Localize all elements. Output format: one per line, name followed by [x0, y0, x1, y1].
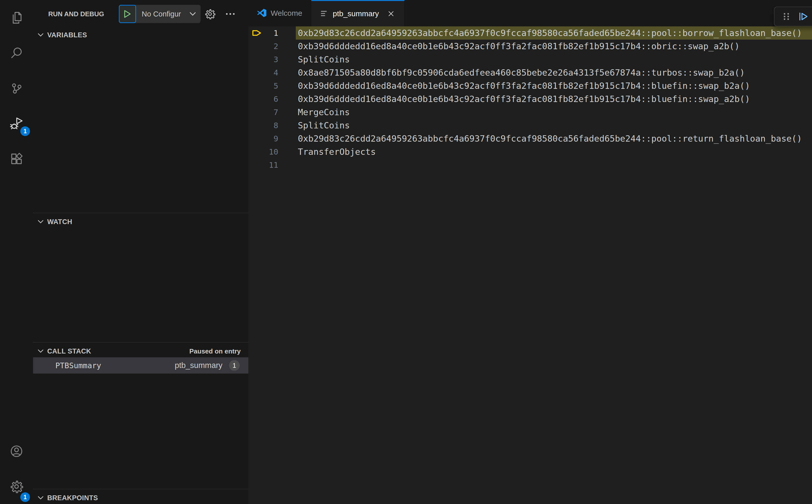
code-text: TransferObjects [296, 145, 812, 158]
code-text: SplitCoins [296, 119, 812, 132]
close-icon [387, 10, 395, 18]
editor-gutter[interactable]: 11 [248, 158, 296, 172]
activity-item-explorer[interactable] [0, 0, 33, 35]
activity-item-settings[interactable]: 1 [0, 469, 33, 504]
gripper-icon [781, 11, 792, 22]
code-text: 0xb29d83c26cdd2a64959263abbcfc4a6937f0c9… [296, 132, 812, 145]
run-and-debug-sidebar: RUN AND DEBUG No Configur [33, 0, 248, 504]
code-line[interactable]: 10 TransferObjects [248, 145, 812, 158]
code-line[interactable]: 6 0xb39d6dddedd16ed8a40ce0b1e6b43c92acf0… [248, 92, 812, 106]
launch-config-label: No Configur [142, 10, 186, 18]
editor-gutter[interactable]: 5 [248, 79, 296, 92]
activity-bar: 1 [0, 0, 33, 504]
code-line[interactable]: 11 [248, 158, 812, 172]
line-number: 2 [248, 40, 278, 53]
editor-gutter[interactable]: 7 [248, 106, 296, 119]
section-sash[interactable] [33, 342, 248, 343]
section-breakpoints[interactable]: BREAKPOINTS [33, 491, 248, 504]
frame-name: PTBSummary [55, 361, 101, 370]
chevron-down-icon [38, 349, 44, 353]
source-control-icon [10, 82, 23, 95]
ellipsis-icon [225, 8, 236, 20]
debug-badge: 1 [20, 126, 30, 136]
code-line[interactable]: 2 0xb39d6dddedd16ed8a40ce0b1e6b43c92acf0… [248, 40, 812, 53]
activity-bar-top: 1 [0, 0, 33, 176]
section-watch-label: WATCH [47, 218, 72, 226]
section-breakpoints-label: BREAKPOINTS [47, 494, 98, 502]
extensions-icon [10, 152, 23, 165]
code-line[interactable]: 3 SplitCoins [248, 53, 812, 66]
paused-status: Paused on entry [189, 347, 248, 355]
launch-config-dropdown[interactable]: No Configur [135, 5, 201, 23]
activity-bar-bottom: 1 [0, 433, 33, 504]
section-variables[interactable]: VARIABLES [33, 28, 248, 42]
files-icon [10, 11, 23, 24]
section-sash[interactable] [33, 489, 248, 489]
chevron-down-icon [38, 220, 44, 224]
call-stack-frame-row[interactable]: PTBSummary ptb_summary 1 [33, 357, 248, 374]
chevron-down-icon [38, 33, 44, 37]
tab-ptb-summary-label: ptb_summary [332, 9, 379, 18]
section-variables-label: VARIABLES [47, 31, 87, 39]
sidebar-title: RUN AND DEBUG [48, 0, 104, 28]
activity-item-account[interactable] [0, 433, 33, 469]
code-text: 0xb29d83c26cdd2a64959263abbcfc4a6937f0c9… [296, 26, 812, 40]
editor-gutter[interactable]: 8 [248, 119, 296, 132]
line-number: 7 [248, 106, 278, 119]
editor-gutter[interactable]: 2 [248, 40, 296, 53]
sidebar-header: RUN AND DEBUG No Configur [33, 0, 248, 28]
section-watch[interactable]: WATCH [33, 215, 248, 229]
line-number: 9 [248, 132, 278, 145]
line-number: 10 [248, 145, 278, 158]
code-line[interactable]: 4 0x8ae871505a80d8bf6bf9c05906cda6edfeea… [248, 66, 812, 79]
line-number: 5 [248, 79, 278, 92]
list-file-icon [320, 9, 328, 18]
line-number: 3 [248, 53, 278, 66]
close-tab-button[interactable] [386, 9, 395, 18]
line-number: 6 [248, 92, 278, 106]
more-actions-button[interactable] [224, 8, 237, 20]
line-number: 11 [248, 158, 278, 172]
editor-gutter[interactable]: 9 [248, 132, 296, 145]
chevron-down-icon [189, 12, 196, 16]
chevron-down-icon [38, 496, 44, 500]
vscode-logo-icon [257, 8, 266, 18]
code-text: 0xb39d6dddedd16ed8a40ce0b1e6b43c92acf0ff… [296, 79, 812, 92]
code-editor[interactable]: 1 0xb29d83c26cdd2a64959263abbcfc4a6937f0… [248, 26, 812, 504]
editor-gutter[interactable]: 3 [248, 53, 296, 66]
tab-welcome-label: Welcome [271, 9, 302, 18]
editor-gutter[interactable]: 4 [248, 66, 296, 79]
gear-icon [205, 9, 215, 19]
activity-item-source-control[interactable] [0, 71, 33, 106]
editor-gutter[interactable]: 1 [248, 26, 296, 40]
line-number: 4 [248, 66, 278, 79]
activity-item-search[interactable] [0, 35, 33, 71]
tab-ptb-summary[interactable]: ptb_summary [311, 0, 405, 26]
activity-item-extensions[interactable] [0, 141, 33, 176]
start-debugging-button[interactable] [119, 5, 136, 23]
line-number: 8 [248, 119, 278, 132]
editor-gutter[interactable]: 10 [248, 145, 296, 158]
code-line[interactable]: 9 0xb29d83c26cdd2a64959263abbcfc4a6937f0… [248, 132, 812, 145]
search-icon [10, 46, 23, 60]
code-line[interactable]: 1 0xb29d83c26cdd2a64959263abbcfc4a6937f0… [248, 26, 812, 40]
debug-toolbar [774, 7, 812, 26]
activity-item-run-debug[interactable]: 1 [0, 106, 33, 141]
code-line[interactable]: 7 MergeCoins [248, 106, 812, 119]
section-sash[interactable] [33, 213, 248, 213]
code-text: 0x8ae871505a80d8bf6bf9c05906cda6edfeea46… [296, 66, 812, 79]
code-line[interactable]: 5 0xb39d6dddedd16ed8a40ce0b1e6b43c92acf0… [248, 79, 812, 92]
editor-gutter[interactable]: 6 [248, 92, 296, 106]
continue-button[interactable] [798, 11, 809, 22]
code-line[interactable]: 8 SplitCoins [248, 119, 812, 132]
play-icon [123, 10, 132, 18]
section-call-stack-label: CALL STACK [47, 347, 91, 355]
frame-badge: 1 [229, 360, 240, 371]
toolbar-drag-handle[interactable] [781, 11, 792, 22]
configure-launch-button[interactable] [204, 8, 216, 20]
section-call-stack[interactable]: CALL STACK Paused on entry [33, 344, 248, 358]
frame-file: ptb_summary [175, 361, 222, 370]
tab-bar: Welcome ptb_summary [248, 0, 812, 26]
tab-welcome[interactable]: Welcome [248, 0, 311, 26]
settings-gear-icon [10, 480, 23, 493]
